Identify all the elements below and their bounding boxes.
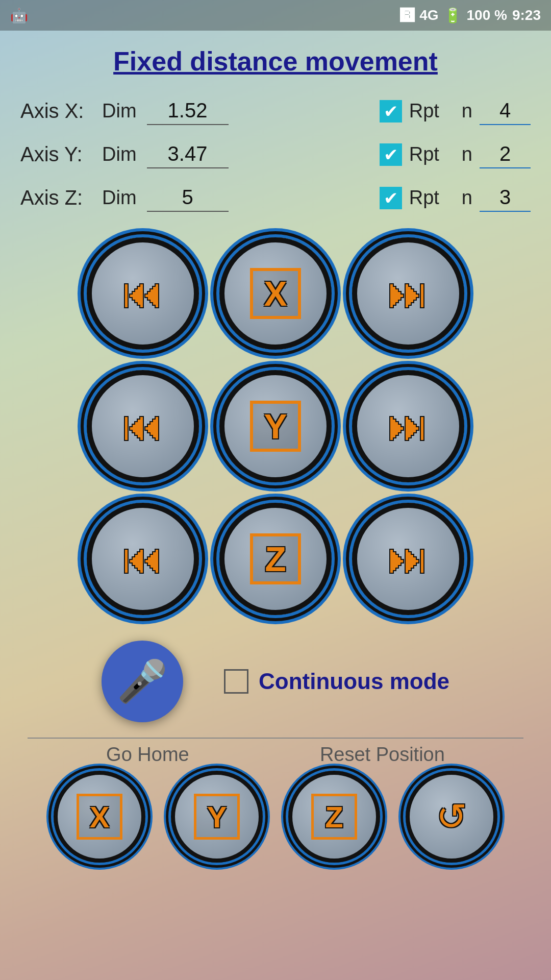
bottom-button-row: X Y Z ↺ <box>0 771 551 863</box>
home-z-button[interactable]: Z <box>288 771 380 863</box>
status-right: 🅱 4G 🔋 100 % 9:23 <box>400 7 541 24</box>
x-center-button[interactable]: X <box>219 237 332 350</box>
x-prev-icon: ⏮ <box>122 270 163 317</box>
z-prev-icon: ⏮ <box>122 535 163 582</box>
axis-x-dim-input[interactable] <box>147 97 229 125</box>
y-next-button[interactable]: ⏭ <box>352 370 464 482</box>
axis-x-dim-label: Dim <box>102 100 137 122</box>
home-z-icon: Z <box>311 794 357 840</box>
axis-section: Axis X: Dim ✔ Rpt n Axis Y: Dim ✔ Rpt n … <box>0 97 551 212</box>
axis-y-row: Axis Y: Dim ✔ Rpt n <box>20 140 531 168</box>
reset-position-label: Reset Position <box>320 744 445 766</box>
go-home-label: Go Home <box>106 744 189 766</box>
battery-icon: 🔋 <box>444 7 462 24</box>
continuous-mode-row: Continuous mode <box>224 669 449 694</box>
axis-z-n-input[interactable] <box>480 184 531 212</box>
bluetooth-icon: 🅱 <box>400 7 414 24</box>
y-letter-icon: Y <box>250 401 301 452</box>
axis-z-row: Axis Z: Dim ✔ Rpt n <box>20 184 531 212</box>
axis-x-n-label: n <box>462 100 472 122</box>
z-letter-icon: Z <box>250 533 301 584</box>
axis-y-rpt-label: Rpt <box>409 143 439 165</box>
z-center-button[interactable]: Z <box>219 503 332 615</box>
clock: 9:23 <box>512 7 541 23</box>
axis-z-dim-label: Dim <box>102 187 137 209</box>
x-next-icon: ⏭ <box>388 270 429 317</box>
axis-z-label: Axis Z: <box>20 186 92 209</box>
x-letter-icon: X <box>250 268 301 319</box>
reset-button[interactable]: ↺ <box>406 771 497 863</box>
mic-button[interactable]: 🎤 <box>102 641 183 722</box>
status-bar: 🤖 🅱 4G 🔋 100 % 9:23 <box>0 0 551 31</box>
axis-y-rpt-checkbox[interactable]: ✔ <box>380 143 402 166</box>
z-prev-button[interactable]: ⏮ <box>87 503 199 615</box>
signal-type: 4G <box>419 7 438 23</box>
axis-z-rpt-label: Rpt <box>409 187 439 209</box>
axis-y-dim-input[interactable] <box>147 140 229 168</box>
divider <box>28 738 523 739</box>
y-next-icon: ⏭ <box>388 403 429 450</box>
axis-z-dim-input[interactable] <box>147 184 229 212</box>
home-y-icon: Y <box>194 794 240 840</box>
x-prev-button[interactable]: ⏮ <box>87 237 199 350</box>
z-next-button[interactable]: ⏭ <box>352 503 464 615</box>
axis-x-n-input[interactable] <box>480 97 531 125</box>
x-next-button[interactable]: ⏭ <box>352 237 464 350</box>
continuous-mode-checkbox[interactable] <box>224 669 248 694</box>
y-prev-button[interactable]: ⏮ <box>87 370 199 482</box>
axis-x-label: Axis X: <box>20 100 92 122</box>
home-y-button[interactable]: Y <box>171 771 263 863</box>
android-icon: 🤖 <box>10 7 28 24</box>
movement-button-grid: ⏮ X ⏭ ⏮ Y ⏭ ⏮ Z <box>0 237 551 615</box>
axis-y-n-input[interactable] <box>480 140 531 168</box>
y-center-button[interactable]: Y <box>219 370 332 482</box>
status-left: 🤖 <box>10 7 28 24</box>
mic-icon: 🎤 <box>117 657 168 705</box>
axis-y-label: Axis Y: <box>20 143 92 166</box>
axis-z-rpt-group: ✔ Rpt n <box>380 184 531 212</box>
home-x-icon: X <box>77 794 122 840</box>
page-title: Fixed distance movement <box>0 46 551 77</box>
battery-percent: 100 % <box>467 7 507 23</box>
home-reset-labels: Go Home Reset Position <box>0 744 551 766</box>
home-x-button[interactable]: X <box>54 771 145 863</box>
axis-y-rpt-group: ✔ Rpt n <box>380 140 531 168</box>
axis-y-n-label: n <box>462 143 472 165</box>
axis-z-n-label: n <box>462 187 472 209</box>
continuous-mode-label: Continuous mode <box>259 669 449 694</box>
axis-x-row: Axis X: Dim ✔ Rpt n <box>20 97 531 125</box>
axis-y-dim-label: Dim <box>102 143 137 165</box>
axis-x-rpt-label: Rpt <box>409 100 439 122</box>
axis-x-rpt-group: ✔ Rpt n <box>380 97 531 125</box>
z-next-icon: ⏭ <box>388 535 429 582</box>
axis-z-rpt-checkbox[interactable]: ✔ <box>380 187 402 209</box>
y-prev-icon: ⏮ <box>122 403 163 450</box>
axis-x-rpt-checkbox[interactable]: ✔ <box>380 100 402 122</box>
reset-icon: ↺ <box>436 795 467 838</box>
